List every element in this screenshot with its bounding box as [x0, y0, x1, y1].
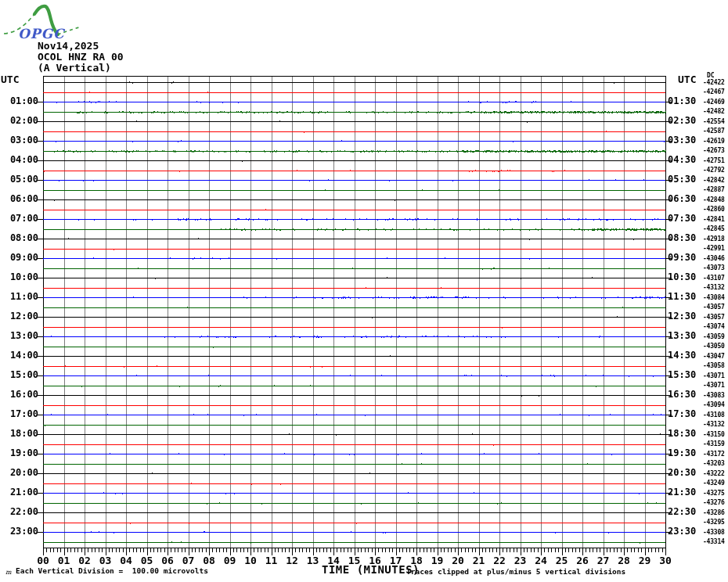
clipping-note: Traces clipped at plus/minus 5 vertical …: [406, 567, 625, 576]
x-tick-label: 09: [222, 555, 238, 566]
dc-value: -43275: [703, 490, 725, 497]
time-label-right: 21:30: [668, 487, 697, 498]
time-label-left: 08:00: [9, 233, 38, 243]
dc-value: -42845: [703, 225, 725, 232]
x-tick-label: 20: [450, 555, 466, 566]
time-label-right: 07:30: [668, 214, 697, 224]
dc-value: -43094: [703, 401, 725, 408]
x-tick-label: 28: [616, 555, 632, 566]
dc-value: -42554: [703, 118, 725, 125]
dc-value: -43108: [703, 411, 725, 419]
time-label-left: 04:00: [9, 155, 38, 165]
x-tick-label: 26: [575, 555, 590, 566]
dc-value: -42422: [703, 79, 725, 86]
dc-value: -43132: [703, 284, 725, 291]
time-label-left: 07:00: [9, 214, 38, 224]
dc-value: -42887: [703, 186, 725, 193]
helicorder-page: OPGC Nov14,2025 OCOL HNZ RA 00 (A Vertic…: [0, 0, 728, 582]
dc-value: -43314: [703, 538, 725, 545]
x-tick-label: 07: [181, 555, 196, 566]
dc-value: -42587: [703, 128, 725, 135]
x-tick-label: 29: [637, 555, 653, 566]
x-tick-label: 06: [160, 555, 175, 566]
time-label-left: 12:00: [9, 311, 38, 322]
x-tick-label: 11: [264, 555, 279, 566]
dc-value: -42991: [703, 245, 725, 252]
dc-value: -42918: [703, 235, 725, 242]
x-tick-label: 22: [492, 555, 507, 566]
dc-value: -43057: [703, 304, 725, 311]
time-label-left: 21:00: [9, 487, 38, 498]
dc-value: -43058: [703, 362, 725, 369]
time-label-left: 19:00: [9, 448, 38, 458]
dc-value: -43295: [703, 519, 725, 526]
opgc-logo: OPGC: [2, 2, 88, 44]
time-label-left: 17:00: [9, 409, 38, 419]
dc-value: -43203: [703, 460, 725, 467]
x-tick-label: 23: [513, 555, 528, 566]
dc-value: -42469: [703, 99, 725, 106]
dc-value: -43107: [703, 275, 725, 282]
dc-value: -43132: [703, 421, 725, 428]
dc-value: -43159: [703, 440, 725, 447]
dc-value: -43308: [703, 529, 725, 536]
x-tick-label: 10: [243, 555, 258, 566]
x-tick-label: 13: [305, 555, 321, 566]
time-label-left: 22:00: [9, 507, 38, 517]
dc-value: -43084: [703, 294, 725, 301]
vertical-scale-note: Each Vertical Division = 100.00 microvol…: [16, 566, 208, 575]
component-label: (A Vertical): [38, 63, 124, 74]
time-label-right: 14:30: [668, 350, 697, 361]
time-label-right: 08:30: [668, 233, 697, 243]
time-label-left: 18:00: [9, 429, 38, 439]
x-tick-label: 27: [596, 555, 611, 566]
time-label-right: 16:30: [668, 390, 697, 400]
corner-mark: m: [5, 569, 12, 576]
time-label-right: 10:30: [668, 272, 697, 282]
dc-value: -42673: [703, 147, 725, 154]
dc-value: -43172: [703, 451, 725, 458]
dc-value: -42619: [703, 138, 725, 145]
dc-value: -43074: [703, 323, 725, 330]
x-tick-label: 25: [554, 555, 570, 566]
time-label-left: 01:00: [9, 96, 38, 106]
time-label-left: 15:00: [9, 370, 38, 380]
time-label-right: 09:30: [668, 253, 697, 263]
x-tick-label: 05: [139, 555, 155, 566]
dc-value: -42467: [703, 88, 725, 95]
dc-value: -43083: [703, 392, 725, 399]
dc-value: -43249: [703, 480, 725, 487]
utc-label-left: UTC: [1, 74, 19, 85]
x-tick-label: 24: [533, 555, 549, 566]
time-label-right: 02:30: [668, 116, 697, 126]
time-label-right: 13:30: [668, 331, 697, 341]
utc-label-right: UTC: [678, 74, 696, 85]
x-tick-label: 02: [77, 555, 92, 566]
time-label-right: 12:30: [668, 311, 697, 322]
dc-value: -42848: [703, 196, 725, 203]
time-label-right: 15:30: [668, 370, 697, 380]
dc-value: -43046: [703, 255, 725, 262]
dc-value: -43286: [703, 509, 725, 516]
time-label-left: 23:00: [9, 526, 38, 537]
dc-value: -43071: [703, 372, 725, 379]
dc-value: -43071: [703, 382, 725, 389]
dc-value: -43150: [703, 431, 725, 438]
time-label-left: 05:00: [9, 174, 38, 185]
station-label: OCOL HNZ RA 00: [38, 52, 124, 63]
x-tick-label: 08: [201, 555, 217, 566]
time-label-right: 04:30: [668, 155, 697, 165]
time-label-right: 01:30: [668, 96, 697, 106]
header-block: Nov14,2025 OCOL HNZ RA 00 (A Vertical): [38, 41, 124, 74]
dc-value: -42842: [703, 177, 725, 184]
dc-value: -42751: [703, 157, 725, 164]
dc-value: -43276: [703, 499, 725, 506]
time-label-right: 20:30: [668, 468, 697, 478]
x-tick-label: 12: [284, 555, 300, 566]
time-label-right: 19:30: [668, 448, 697, 458]
time-label-left: 20:00: [9, 468, 38, 478]
dc-value: -43050: [703, 343, 725, 350]
time-label-left: 06:00: [9, 194, 38, 204]
time-label-right: 18:30: [668, 429, 697, 439]
time-label-right: 06:30: [668, 194, 697, 204]
